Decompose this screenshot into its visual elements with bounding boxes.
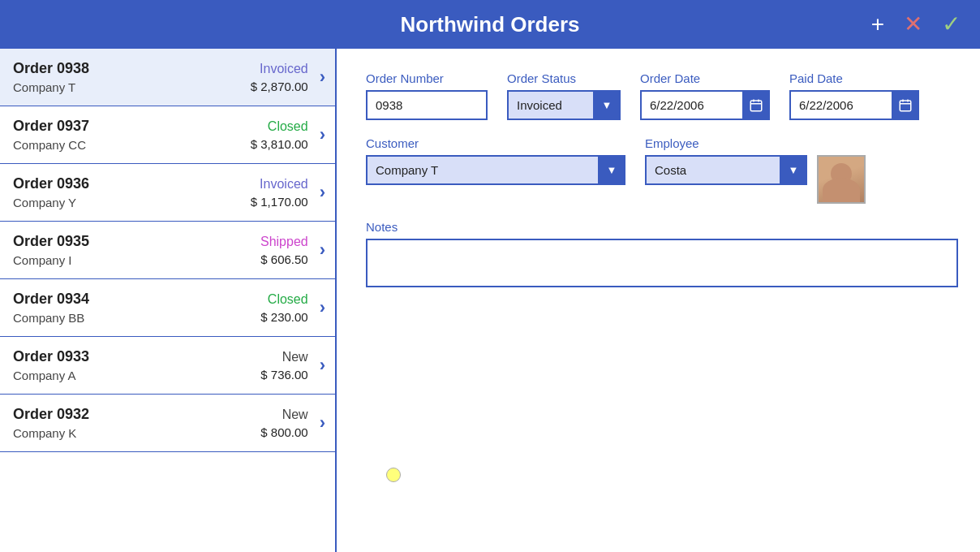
paid-date-calendar-icon[interactable] [892, 90, 919, 120]
detail-row-1: Order Number Order Status Invoiced New S… [366, 71, 951, 120]
app-title: Northwind Orders [400, 12, 579, 37]
order-info-order-0938: Order 0938 Company T [13, 60, 251, 94]
order-chevron-order-0937[interactable]: › [320, 124, 325, 145]
order-info-order-0936: Order 0936 Company Y [13, 175, 251, 209]
paid-date-wrapper [789, 90, 919, 120]
notes-group: Notes [366, 220, 951, 287]
order-date-label: Order Date [640, 71, 770, 85]
order-chevron-order-0938[interactable]: › [320, 67, 325, 88]
employee-select[interactable]: Costa Smith Jones Brown [645, 155, 807, 185]
order-name-order-0936: Order 0936 [13, 175, 251, 192]
add-button[interactable]: + [865, 10, 891, 39]
order-right-order-0934: Closed $ 230.00 [260, 292, 307, 324]
order-info-order-0932: Order 0932 Company K [13, 406, 260, 440]
employee-photo [817, 155, 866, 204]
employee-avatar [819, 157, 864, 202]
order-info-order-0933: Order 0933 Company A [13, 348, 260, 382]
app-header: Northwind Orders + ✕ ✓ [0, 0, 980, 49]
order-amount-order-0938: $ 2,870.00 [251, 80, 308, 93]
order-list-item-order-0935[interactable]: Order 0935 Company I Shipped $ 606.50 › [0, 222, 335, 279]
order-status-group: Order Status Invoiced New Shipped Closed [507, 71, 621, 120]
order-name-order-0932: Order 0932 [13, 406, 260, 423]
order-name-order-0933: Order 0933 [13, 348, 260, 365]
order-list-item-order-0936[interactable]: Order 0936 Company Y Invoiced $ 1,170.00… [0, 164, 335, 222]
order-status-select[interactable]: Invoiced New Shipped Closed [507, 90, 621, 120]
paid-date-label: Paid Date [789, 71, 919, 85]
order-company-order-0935: Company I [13, 253, 260, 267]
order-date-wrapper [640, 90, 770, 120]
order-right-order-0936: Invoiced $ 1,170.00 [251, 177, 308, 209]
order-amount-order-0934: $ 230.00 [260, 310, 307, 324]
order-status-order-0937: Closed [251, 119, 308, 134]
employee-group: Employee Costa Smith Jones Brown [645, 136, 866, 204]
header-actions: + ✕ ✓ [865, 10, 967, 39]
detail-row-2: Customer Company T Company A Company B C… [366, 136, 951, 204]
svg-rect-4 [900, 101, 911, 111]
employee-select-wrapper: Costa Smith Jones Brown [645, 155, 807, 185]
order-chevron-order-0933[interactable]: › [320, 355, 325, 376]
order-status-label: Order Status [507, 71, 621, 85]
order-right-order-0938: Invoiced $ 2,870.00 [251, 62, 308, 93]
employee-label: Employee [645, 136, 866, 150]
order-amount-order-0936: $ 1,170.00 [251, 195, 308, 209]
order-date-calendar-icon[interactable] [742, 90, 770, 120]
order-status-order-0935: Shipped [260, 235, 308, 249]
employee-row: Costa Smith Jones Brown [645, 155, 866, 204]
order-company-order-0933: Company A [13, 369, 260, 382]
order-list-item-order-0937[interactable]: Order 0937 Company CC Closed $ 3,810.00 … [0, 106, 335, 164]
paid-date-group: Paid Date [789, 71, 919, 120]
customer-select-wrapper: Company T Company A Company B Company CC… [366, 155, 625, 185]
order-right-order-0933: New $ 736.00 [260, 350, 307, 382]
order-list: Order 0938 Company T Invoiced $ 2,870.00… [0, 49, 337, 552]
order-name-order-0938: Order 0938 [13, 60, 251, 77]
customer-label: Customer [366, 136, 625, 150]
order-list-item-order-0933[interactable]: Order 0933 Company A New $ 736.00 › [0, 337, 335, 395]
order-company-order-0936: Company Y [13, 196, 251, 209]
order-name-order-0937: Order 0937 [13, 118, 251, 135]
order-info-order-0934: Order 0934 Company BB [13, 291, 260, 325]
order-number-input[interactable] [366, 90, 488, 120]
order-chevron-order-0934[interactable]: › [320, 297, 325, 318]
order-amount-order-0933: $ 736.00 [260, 368, 307, 382]
close-button[interactable]: ✕ [897, 10, 929, 39]
order-name-order-0935: Order 0935 [13, 233, 260, 250]
order-status-order-0933: New [260, 350, 307, 364]
order-status-order-0932: New [260, 408, 307, 422]
order-status-order-0936: Invoiced [251, 177, 308, 192]
order-amount-order-0937: $ 3,810.00 [251, 137, 308, 151]
order-amount-order-0932: $ 800.00 [260, 425, 307, 439]
order-info-order-0937: Order 0937 Company CC [13, 118, 251, 152]
order-company-order-0932: Company K [13, 426, 260, 440]
order-number-label: Order Number [366, 71, 488, 85]
order-right-order-0937: Closed $ 3,810.00 [251, 119, 308, 151]
customer-group: Customer Company T Company A Company B C… [366, 136, 625, 204]
order-company-order-0938: Company T [13, 80, 251, 94]
order-status-order-0938: Invoiced [251, 62, 308, 76]
order-date-group: Order Date [640, 71, 770, 120]
main-layout: Order 0938 Company T Invoiced $ 2,870.00… [0, 49, 980, 552]
order-list-item-order-0932[interactable]: Order 0932 Company K New $ 800.00 › [0, 395, 335, 452]
notes-input[interactable] [366, 239, 958, 287]
order-chevron-order-0936[interactable]: › [320, 182, 325, 203]
order-list-item-order-0934[interactable]: Order 0934 Company BB Closed $ 230.00 › [0, 279, 335, 337]
order-status-order-0934: Closed [260, 292, 307, 307]
order-list-item-order-0938[interactable]: Order 0938 Company T Invoiced $ 2,870.00… [0, 49, 335, 106]
detail-panel: Order Number Order Status Invoiced New S… [337, 49, 980, 552]
svg-rect-0 [750, 101, 762, 111]
confirm-button[interactable]: ✓ [935, 10, 967, 39]
order-info-order-0935: Order 0935 Company I [13, 233, 260, 267]
order-chevron-order-0935[interactable]: › [320, 239, 325, 261]
order-company-order-0937: Company CC [13, 138, 251, 152]
order-number-group: Order Number [366, 71, 488, 120]
order-right-order-0935: Shipped $ 606.50 [260, 235, 308, 266]
order-status-select-wrapper: Invoiced New Shipped Closed [507, 90, 621, 120]
order-amount-order-0935: $ 606.50 [260, 252, 308, 266]
notes-label: Notes [366, 220, 951, 234]
order-company-order-0934: Company BB [13, 311, 260, 325]
customer-select[interactable]: Company T Company A Company B Company CC… [366, 155, 625, 185]
order-chevron-order-0932[interactable]: › [320, 412, 325, 433]
order-name-order-0934: Order 0934 [13, 291, 260, 308]
order-right-order-0932: New $ 800.00 [260, 408, 307, 439]
